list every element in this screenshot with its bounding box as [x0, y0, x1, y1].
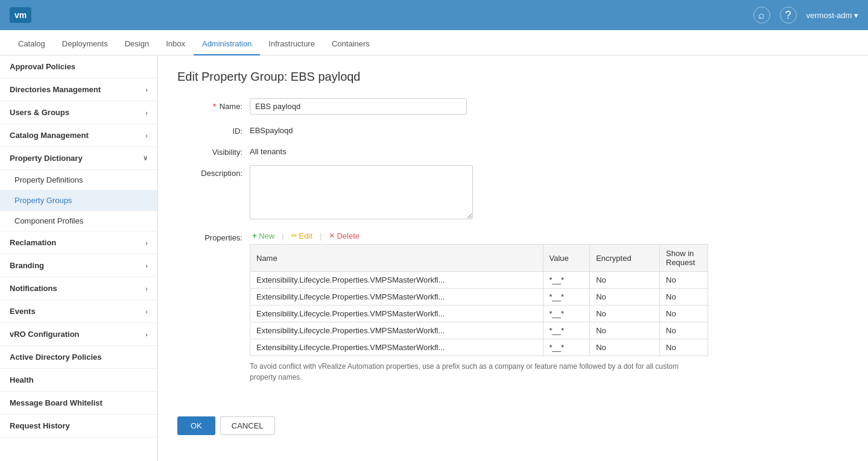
- delete-button[interactable]: ✕ Delete: [326, 230, 362, 242]
- sidebar-item-message-board-whitelist[interactable]: Message Board Whitelist: [0, 392, 157, 415]
- sidebar-item-catalog-management[interactable]: Catalog Management ›: [0, 124, 157, 147]
- table-row[interactable]: Extensibility.Lifecycle.Properties.VMPSM…: [250, 289, 708, 306]
- chevron-right-icon: ›: [145, 86, 148, 93]
- properties-content: + New | ✏ Edit | ✕ Delete: [250, 230, 708, 383]
- name-label: * Name:: [177, 98, 250, 111]
- sidebar-item-active-directory-policies[interactable]: Active Directory Policies: [0, 346, 157, 369]
- sidebar-item-users-groups[interactable]: Users & Groups ›: [0, 101, 157, 124]
- top-bar-right: ⌕ ? vermost-adm ▾: [753, 7, 858, 24]
- sidebar-item-notifications[interactable]: Notifications ›: [0, 277, 157, 300]
- sidebar-item-component-profiles[interactable]: Component Profiles: [0, 211, 157, 231]
- sidebar-item-directories-management[interactable]: Directories Management ›: [0, 78, 157, 101]
- chevron-right-icon: ›: [145, 239, 148, 246]
- visibility-label: Visibility:: [177, 144, 250, 157]
- chevron-right-icon: ›: [145, 331, 148, 338]
- col-name: Name: [250, 245, 543, 272]
- sidebar-item-health[interactable]: Health: [0, 369, 157, 392]
- cell-name: Extensibility.Lifecycle.Properties.VMPSM…: [250, 289, 543, 306]
- nav-infrastructure[interactable]: Infrastructure: [260, 39, 323, 55]
- properties-table: Name Value Encrypted Show in Request Ext…: [250, 244, 708, 356]
- required-indicator: *: [213, 102, 216, 111]
- nav-design[interactable]: Design: [116, 39, 157, 55]
- chevron-right-icon: ›: [145, 109, 148, 116]
- id-value: EBSpayloqd: [250, 123, 467, 135]
- app-logo: vm: [10, 7, 31, 23]
- sidebar-item-property-groups[interactable]: Property Groups: [0, 190, 157, 211]
- cell-show-in-request: No: [660, 339, 708, 356]
- cell-name: Extensibility.Lifecycle.Properties.VMPSM…: [250, 322, 543, 339]
- properties-label: Properties:: [177, 230, 250, 242]
- col-show-in-request: Show in Request: [660, 245, 708, 272]
- table-row[interactable]: Extensibility.Lifecycle.Properties.VMPSM…: [250, 272, 708, 289]
- cell-show-in-request: No: [660, 289, 708, 306]
- top-bar: vm ⌕ ? vermost-adm ▾: [0, 0, 868, 30]
- properties-section: Properties: + New | ✏ Edit | ✕: [177, 230, 849, 383]
- visibility-row: Visibility: All tenants: [177, 144, 849, 157]
- cell-encrypted: No: [590, 339, 660, 356]
- table-row[interactable]: Extensibility.Lifecycle.Properties.VMPSM…: [250, 306, 708, 322]
- nav-inbox[interactable]: Inbox: [157, 39, 194, 55]
- nav-deployments[interactable]: Deployments: [54, 39, 116, 55]
- sidebar-item-branding[interactable]: Branding ›: [0, 254, 157, 277]
- sidebar-item-property-dictionary[interactable]: Property Dictionary ∨: [0, 147, 157, 170]
- pencil-icon: ✏: [291, 231, 297, 240]
- cell-value: *__*: [543, 272, 590, 289]
- nav-catalog[interactable]: Catalog: [10, 39, 54, 55]
- chevron-right-icon: ›: [145, 262, 148, 269]
- description-label: Description:: [177, 165, 250, 178]
- description-field: [250, 165, 467, 221]
- name-field: [250, 98, 467, 114]
- toolbar-sep-2: |: [320, 231, 322, 240]
- cancel-button[interactable]: CANCEL: [220, 416, 275, 435]
- plus-icon: +: [252, 231, 257, 240]
- cell-encrypted: No: [590, 322, 660, 339]
- sidebar-item-property-definitions[interactable]: Property Definitions: [0, 170, 157, 190]
- description-row: Description:: [177, 165, 849, 221]
- cell-name: Extensibility.Lifecycle.Properties.VMPSM…: [250, 272, 543, 289]
- nav-containers[interactable]: Containers: [323, 39, 378, 55]
- nav-administration[interactable]: Administration: [194, 39, 260, 55]
- col-encrypted: Encrypted: [590, 245, 660, 272]
- page-title: Edit Property Group: EBS payloqd: [177, 70, 849, 84]
- edit-button[interactable]: ✏ Edit: [289, 230, 315, 242]
- footer-buttons: OK CANCEL: [177, 407, 849, 435]
- cell-value: *__*: [543, 306, 590, 322]
- toolbar-sep-1: |: [282, 231, 284, 240]
- sidebar-item-reclamation[interactable]: Reclamation ›: [0, 231, 157, 254]
- cell-show-in-request: No: [660, 272, 708, 289]
- cell-name: Extensibility.Lifecycle.Properties.VMPSM…: [250, 306, 543, 322]
- sidebar-item-request-history[interactable]: Request History: [0, 415, 157, 437]
- cell-show-in-request: No: [660, 306, 708, 322]
- main-layout: Approval Policies Directories Management…: [0, 55, 868, 461]
- sidebar-item-vro-configuration[interactable]: vRO Configuration ›: [0, 323, 157, 346]
- description-textarea[interactable]: [250, 165, 473, 219]
- sidebar-item-approval-policies[interactable]: Approval Policies: [0, 55, 157, 78]
- name-input[interactable]: [250, 98, 467, 114]
- x-icon: ✕: [329, 231, 335, 240]
- ok-button[interactable]: OK: [177, 416, 215, 435]
- cell-show-in-request: No: [660, 322, 708, 339]
- chevron-right-icon: ›: [145, 308, 148, 315]
- cell-name: Extensibility.Lifecycle.Properties.VMPSM…: [250, 339, 543, 356]
- new-button[interactable]: + New: [250, 230, 277, 242]
- sidebar: Approval Policies Directories Management…: [0, 55, 158, 461]
- cell-value: *__*: [543, 322, 590, 339]
- chevron-right-icon: ›: [145, 132, 148, 139]
- id-row: ID: EBSpayloqd: [177, 123, 849, 136]
- help-icon[interactable]: ?: [780, 7, 797, 24]
- cell-encrypted: No: [590, 306, 660, 322]
- visibility-value: All tenants: [250, 144, 467, 156]
- table-row[interactable]: Extensibility.Lifecycle.Properties.VMPSM…: [250, 339, 708, 356]
- table-row[interactable]: Extensibility.Lifecycle.Properties.VMPSM…: [250, 322, 708, 339]
- cell-encrypted: No: [590, 272, 660, 289]
- col-value: Value: [543, 245, 590, 272]
- cell-encrypted: No: [590, 289, 660, 306]
- sidebar-item-events[interactable]: Events ›: [0, 300, 157, 323]
- chevron-down-icon: ∨: [143, 154, 148, 162]
- chevron-right-icon: ›: [145, 285, 148, 292]
- user-menu[interactable]: vermost-adm ▾: [806, 11, 858, 20]
- nav-bar: Catalog Deployments Design Inbox Adminis…: [0, 30, 868, 55]
- search-icon[interactable]: ⌕: [753, 7, 770, 24]
- cell-value: *__*: [543, 289, 590, 306]
- main-content: Edit Property Group: EBS payloqd * Name:…: [158, 55, 868, 461]
